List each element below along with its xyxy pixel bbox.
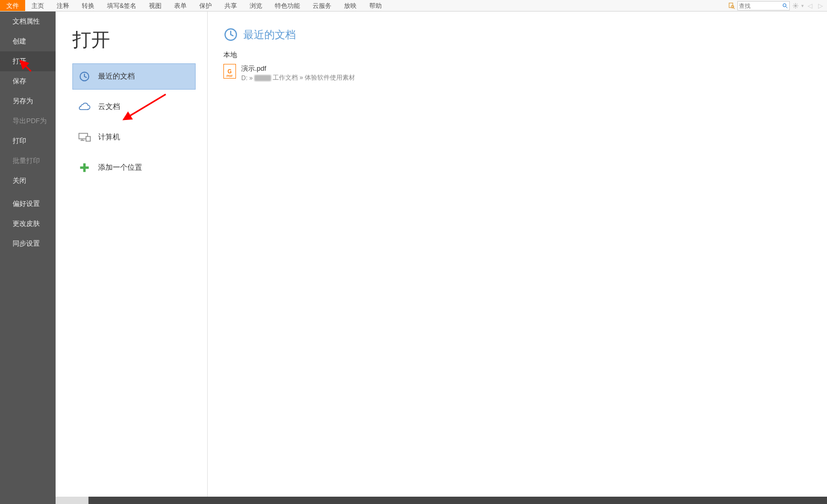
nav-back-icon: ◁ [805, 1, 814, 10]
menu-tab-browse[interactable]: 浏览 [243, 0, 268, 11]
plus-icon [78, 161, 91, 174]
search-box[interactable] [737, 1, 790, 10]
file-path: D: » 工作文档 » 体验软件使用素材 [241, 73, 355, 82]
svg-line-4 [786, 6, 788, 8]
menu-tab-cloud[interactable]: 云服务 [306, 0, 338, 11]
sidebar-item-skin[interactable]: 更改皮肤 [0, 214, 56, 234]
menu-tab-comment[interactable]: 注释 [50, 0, 76, 11]
source-add-location[interactable]: 添加一个位置 [72, 155, 196, 181]
clock-icon [223, 27, 238, 42]
file-name: 演示.pdf [241, 64, 355, 73]
section-local-label: 本地 [223, 50, 827, 60]
computer-icon [78, 131, 91, 144]
top-menu-bar: 文件 主页 注释 转换 填写&签名 视图 表单 保护 共享 浏览 特色功能 云服… [0, 0, 827, 12]
status-bar [56, 497, 827, 504]
sidebar-item-close[interactable]: 关闭 [0, 171, 56, 191]
svg-rect-8 [86, 137, 90, 141]
file-sidebar: 文档属性 创建 打开 保存 另存为 导出PDF为 打印 批量打印 关闭 偏好设置… [0, 12, 56, 504]
menu-tab-play[interactable]: 放映 [338, 0, 363, 11]
page-title: 打开 [72, 27, 196, 53]
svg-point-3 [783, 4, 786, 7]
sidebar-item-export: 导出PDF为 [0, 111, 56, 131]
recent-title: 最近的文档 [243, 28, 296, 42]
menu-tab-fillsign[interactable]: 填写&签名 [101, 0, 143, 11]
sidebar-item-prefs[interactable]: 偏好设置 [0, 194, 56, 214]
search-input[interactable] [739, 3, 782, 9]
menu-tab-feature[interactable]: 特色功能 [268, 0, 306, 11]
source-label: 云文档 [98, 102, 120, 112]
menu-tab-protect[interactable]: 保护 [193, 0, 218, 11]
sidebar-item-docprops[interactable]: 文档属性 [0, 12, 56, 31]
sidebar-item-save[interactable]: 保存 [0, 71, 56, 91]
source-cloud[interactable]: 云文档 [72, 94, 196, 120]
menu-tab-file[interactable]: 文件 [0, 0, 25, 11]
menu-tab-form[interactable]: 表单 [168, 0, 193, 11]
source-label: 最近的文档 [98, 72, 135, 81]
search-doc-icon[interactable] [727, 1, 736, 10]
recent-files-panel: 最近的文档 本地 G PDF 演示.pdf D: » 工作文档 » 体验软件使用… [208, 12, 827, 504]
sidebar-item-saveas[interactable]: 另存为 [0, 91, 56, 111]
settings-icon[interactable] [791, 1, 800, 10]
menu-tab-share[interactable]: 共享 [218, 0, 243, 11]
sidebar-item-sync[interactable]: 同步设置 [0, 234, 56, 254]
source-recent[interactable]: 最近的文档 [72, 63, 196, 90]
source-computer[interactable]: 计算机 [72, 124, 196, 150]
topbar-right-controls: ▾ ◁ ▷ [727, 0, 827, 11]
source-label: 计算机 [98, 133, 120, 142]
cloud-icon [78, 101, 91, 113]
sidebar-item-print[interactable]: 打印 [0, 131, 56, 151]
nav-forward-icon: ▷ [815, 1, 825, 10]
menu-tab-help[interactable]: 帮助 [363, 0, 388, 11]
sidebar-item-batchprint: 批量打印 [0, 151, 56, 171]
search-icon[interactable] [782, 3, 788, 9]
pdf-file-icon: G PDF [223, 64, 236, 79]
source-label: 添加一个位置 [98, 163, 142, 172]
open-sources-panel: 打开 最近的文档 云文档 计算机 添加一个位置 [56, 12, 208, 504]
menu-tab-convert[interactable]: 转换 [76, 0, 101, 11]
sidebar-item-create[interactable]: 创建 [0, 31, 56, 51]
sidebar-item-open[interactable]: 打开 [0, 51, 56, 71]
clock-icon [78, 70, 91, 83]
menu-tab-view[interactable]: 视图 [143, 0, 168, 11]
recent-file-item[interactable]: G PDF 演示.pdf D: » 工作文档 » 体验软件使用素材 [223, 62, 827, 84]
redacted-segment [254, 75, 271, 81]
svg-line-2 [734, 7, 735, 8]
menu-tab-home[interactable]: 主页 [25, 0, 50, 11]
svg-point-5 [795, 5, 797, 6]
